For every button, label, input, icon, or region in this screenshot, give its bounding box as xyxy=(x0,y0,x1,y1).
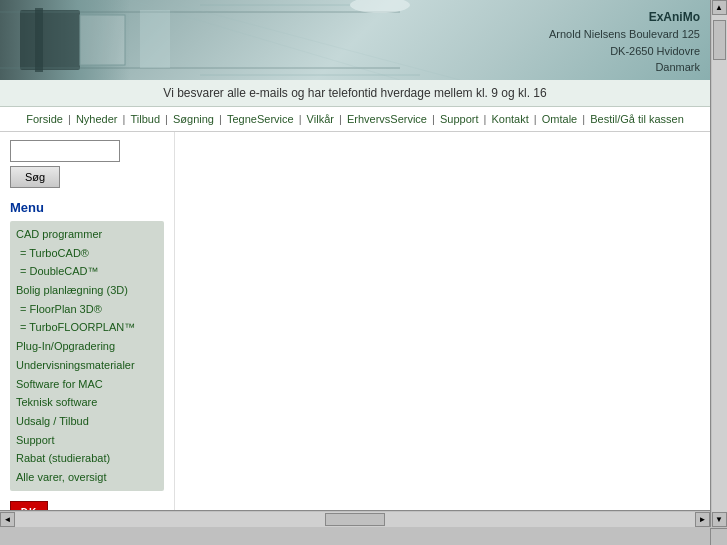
nav-sep-2: | xyxy=(123,113,129,125)
menu-rabat[interactable]: Rabat (studierabat) xyxy=(16,449,158,468)
search-button-label: Søg xyxy=(25,171,45,183)
nav-support[interactable]: Support xyxy=(440,113,479,125)
scroll-up-button[interactable]: ▲ xyxy=(712,0,727,15)
nav-omtale[interactable]: Omtale xyxy=(542,113,577,125)
nav-nyheder[interactable]: Nyheder xyxy=(76,113,118,125)
down-arrow-icon: ▼ xyxy=(715,515,723,524)
nav-erhvervsservice[interactable]: ErhvervsService xyxy=(347,113,427,125)
svg-rect-2 xyxy=(35,8,43,72)
scrollbar-bottom: ◄ ► xyxy=(0,510,710,527)
nav-tilbud[interactable]: Tilbud xyxy=(130,113,160,125)
menu-support[interactable]: Support xyxy=(16,431,158,450)
svg-point-9 xyxy=(350,0,410,13)
search-box: Søg xyxy=(10,140,164,188)
menu-udsalg[interactable]: Udsalg / Tilbud xyxy=(16,412,158,431)
menu-section: CAD programmer = TurboCAD® = DoubleCAD™ … xyxy=(10,221,164,491)
up-arrow-icon: ▲ xyxy=(715,3,723,12)
nav-kontakt[interactable]: Kontakt xyxy=(491,113,528,125)
scroll-down-button[interactable]: ▼ xyxy=(712,512,727,527)
scroll-bottom-thumb[interactable] xyxy=(325,513,385,526)
nav-tegneservice[interactable]: TegneService xyxy=(227,113,294,125)
menu-bolig[interactable]: Bolig planlægning (3D) xyxy=(16,281,158,300)
scroll-left-button[interactable]: ◄ xyxy=(0,512,15,527)
nav-sep-9: | xyxy=(534,113,540,125)
menu-doublecad[interactable]: = DoubleCAD™ xyxy=(16,262,158,281)
menu-teknisk[interactable]: Teknisk software xyxy=(16,393,158,412)
company-info: ExAniMo Arnold Nielsens Boulevard 125 DK… xyxy=(549,8,700,76)
menu-title: Menu xyxy=(10,200,164,215)
info-bar: Vi besvarer alle e-mails og har telefont… xyxy=(0,80,710,107)
scroll-right-track[interactable] xyxy=(712,15,727,512)
page-container: ExAniMo Arnold Nielsens Boulevard 125 DK… xyxy=(0,0,710,527)
nav-vilkaar[interactable]: Vilkår xyxy=(307,113,334,125)
scroll-right-button[interactable]: ► xyxy=(695,512,710,527)
nav-sep-7: | xyxy=(432,113,438,125)
scroll-bottom-track[interactable] xyxy=(15,512,695,527)
nav-sep-6: | xyxy=(339,113,345,125)
nav-sep-1: | xyxy=(68,113,74,125)
banner-inner: ExAniMo Arnold Nielsens Boulevard 125 DK… xyxy=(0,0,710,80)
nav-forside[interactable]: Forside xyxy=(26,113,63,125)
header-banner: ExAniMo Arnold Nielsens Boulevard 125 DK… xyxy=(0,0,710,80)
nav-sep-4: | xyxy=(219,113,225,125)
search-input[interactable] xyxy=(10,140,120,162)
menu-alle-varer[interactable]: Alle varer, oversigt xyxy=(16,468,158,487)
outer-wrapper: ExAniMo Arnold Nielsens Boulevard 125 DK… xyxy=(0,0,727,545)
nav-sep-8: | xyxy=(484,113,490,125)
nav-bar: Forside | Nyheder | Tilbud | Søgning | T… xyxy=(0,107,710,132)
sidebar: Søg Menu CAD programmer = TurboCAD® = Do… xyxy=(0,132,175,527)
nav-sep-3: | xyxy=(165,113,171,125)
company-address3: Danmark xyxy=(549,59,700,76)
company-address2: DK-2650 Hvidovre xyxy=(549,43,700,60)
left-arrow-icon: ◄ xyxy=(4,515,12,524)
info-text: Vi besvarer alle e-mails og har telefont… xyxy=(163,86,546,100)
menu-floorplan[interactable]: = FloorPlan 3D® xyxy=(16,300,158,319)
company-name: ExAniMo xyxy=(549,8,700,26)
menu-turbofloorplan[interactable]: = TurboFLOORPLAN™ xyxy=(16,318,158,337)
content-area xyxy=(175,132,710,527)
menu-cad-programmer[interactable]: CAD programmer xyxy=(16,225,158,244)
menu-plugin[interactable]: Plug-In/Opgradering xyxy=(16,337,158,356)
menu-software-mac[interactable]: Software for MAC xyxy=(16,375,158,394)
scrollbar-corner xyxy=(710,528,727,545)
svg-rect-3 xyxy=(80,15,125,65)
nav-sep-10: | xyxy=(582,113,588,125)
scroll-right-thumb[interactable] xyxy=(713,20,726,60)
nav-sep-5: | xyxy=(299,113,305,125)
nav-sogning[interactable]: Søgning xyxy=(173,113,214,125)
main-layout: Søg Menu CAD programmer = TurboCAD® = Do… xyxy=(0,132,710,527)
nav-bestil[interactable]: Bestil/Gå til kassen xyxy=(590,113,684,125)
search-button[interactable]: Søg xyxy=(10,166,60,188)
right-arrow-icon: ► xyxy=(699,515,707,524)
company-address1: Arnold Nielsens Boulevard 125 xyxy=(549,26,700,43)
svg-rect-4 xyxy=(140,10,170,68)
menu-turbocad[interactable]: = TurboCAD® xyxy=(16,244,158,263)
menu-undervisning[interactable]: Undervisningsmaterialer xyxy=(16,356,158,375)
scrollbar-right: ▲ ▼ xyxy=(710,0,727,527)
